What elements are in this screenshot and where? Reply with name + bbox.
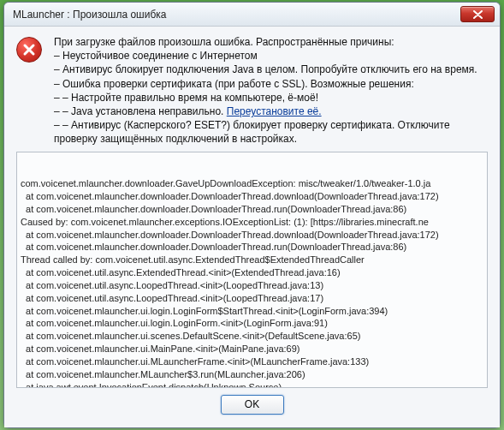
- window-title: MLauncher : Произошла ошибка: [13, 9, 166, 21]
- stacktrace-box[interactable]: com.voicenet.mlauncher.downloader.GaveUp…: [16, 152, 488, 388]
- stacktrace-line: at com.voicenet.mlauncher.ui.MLauncherFr…: [21, 355, 488, 368]
- message-text: При загрузке файлов произошла ошибка. Ра…: [54, 35, 488, 146]
- close-button[interactable]: [460, 6, 495, 22]
- stacktrace-line: at com.voicenet.mlauncher.downloader.Dow…: [21, 190, 488, 203]
- dialog-window: MLauncher : Произошла ошибка При загрузк…: [3, 2, 501, 428]
- stacktrace-line: at com.voicenet.util.async.LoopedThread.…: [21, 292, 488, 305]
- titlebar[interactable]: MLauncher : Произошла ошибка: [4, 3, 500, 27]
- msg-fragment: – – Java установлена неправильно.: [54, 105, 227, 117]
- stacktrace-line: at com.voicenet.mlauncher.ui.scenes.Defa…: [21, 330, 488, 343]
- close-icon: [473, 10, 483, 19]
- stacktrace-line: at com.voicenet.mlauncher.downloader.Dow…: [21, 241, 488, 254]
- stacktrace-line: at com.voicenet.util.async.LoopedThread.…: [21, 279, 488, 292]
- stacktrace-line: at java.awt.event.InvocationEvent.dispat…: [21, 381, 488, 388]
- stacktrace-line: com.voicenet.mlauncher.downloader.GaveUp…: [21, 177, 488, 190]
- stacktrace-line: at com.voicenet.mlauncher.MLauncher$3.ru…: [21, 368, 488, 381]
- stacktrace-content: com.voicenet.mlauncher.downloader.GaveUp…: [21, 177, 488, 387]
- msg-line: – Антивирус блокирует подключения Java в…: [54, 63, 488, 76]
- ok-button[interactable]: OK: [221, 395, 284, 415]
- button-row: OK: [16, 388, 488, 416]
- stacktrace-line: at com.voicenet.mlauncher.ui.MainPane.<i…: [21, 343, 488, 355]
- msg-line: – – Антивирус (Касперского? ESET?) блоки…: [54, 118, 488, 146]
- message-row: При загрузке файлов произошла ошибка. Ра…: [16, 35, 488, 146]
- stacktrace-line: at com.voicenet.mlauncher.ui.login.Login…: [21, 305, 488, 318]
- icon-cell: [16, 35, 45, 146]
- msg-line: – Неустойчивое соединение с Интернетом: [54, 49, 488, 63]
- msg-line: – – Java установлена неправильно. Переус…: [54, 105, 488, 118]
- stacktrace-line: at com.voicenet.mlauncher.downloader.Dow…: [21, 203, 488, 216]
- stacktrace-line: at com.voicenet.mlauncher.downloader.Dow…: [21, 229, 488, 242]
- msg-line: При загрузке файлов произошла ошибка. Ра…: [54, 35, 488, 49]
- reinstall-link[interactable]: Переустановите её.: [227, 105, 322, 117]
- error-icon: [16, 37, 42, 63]
- stacktrace-line: at com.voicenet.util.async.ExtendedThrea…: [21, 266, 488, 279]
- dialog-body: При загрузке файлов произошла ошибка. Ра…: [4, 27, 500, 427]
- msg-line: – – Настройте правильно время на компьют…: [54, 91, 488, 105]
- x-icon: [22, 43, 36, 57]
- stacktrace-line: Caused by: com.voicenet.mlauncher.except…: [21, 216, 488, 229]
- stacktrace-line: Thread called by: com.voicenet.util.asyn…: [21, 254, 488, 266]
- msg-line: – Ошибка проверки сертификата (при работ…: [54, 77, 488, 91]
- stacktrace-line: at com.voicenet.mlauncher.ui.login.Login…: [21, 317, 488, 330]
